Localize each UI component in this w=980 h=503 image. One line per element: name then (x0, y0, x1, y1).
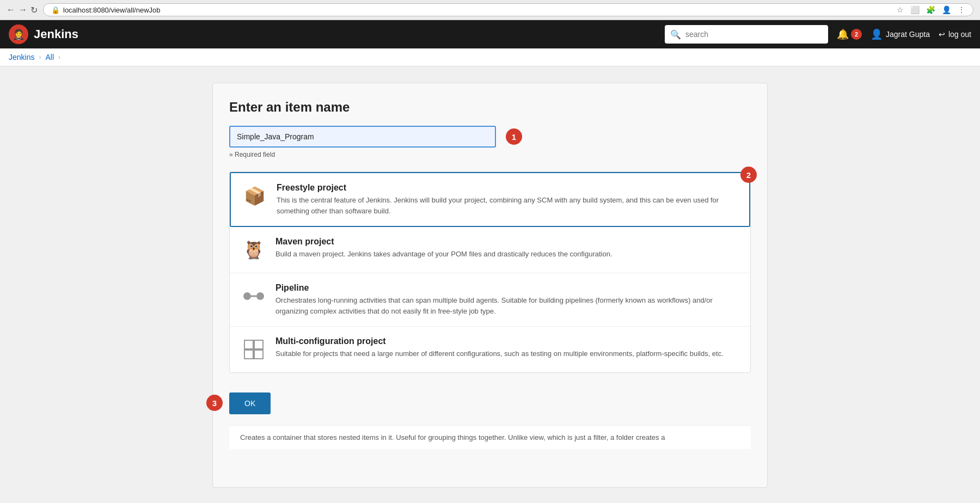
ok-area: OK (229, 384, 271, 425)
step-badge-1: 1 (506, 128, 522, 145)
jenkins-title: Jenkins (34, 27, 78, 41)
back-button[interactable]: ← (7, 5, 15, 15)
breadcrumb-sep-2: › (58, 53, 60, 61)
browser-bar: ← → ↻ 🔒 localhost:8080/view/all/newJob ☆… (0, 0, 980, 20)
search-box[interactable]: 🔍 ? (665, 25, 828, 44)
bell-icon: 🔔 (837, 28, 849, 40)
content-box: Enter an item name 1 » Required field 📦 … (212, 83, 768, 488)
svg-point-2 (256, 292, 264, 300)
notification-badge: 2 (851, 29, 862, 40)
page-title: Enter an item name (229, 100, 751, 115)
freestyle-name: Freestyle project (277, 183, 738, 193)
main-content: Enter an item name 1 » Required field 📦 … (0, 66, 980, 503)
breadcrumb-home[interactable]: Jenkins (9, 53, 34, 62)
job-type-pipeline[interactable]: Pipeline Orchestrates long-running activ… (230, 273, 750, 327)
pipeline-name: Pipeline (275, 283, 739, 293)
freestyle-info: Freestyle project This is the central fe… (277, 183, 738, 216)
logout-icon: ↩ (939, 30, 945, 39)
folder-partial-text: Creates a container that stores nested i… (240, 433, 665, 441)
job-type-freestyle[interactable]: 📦 Freestyle project This is the central … (230, 172, 750, 227)
ok-button[interactable]: OK (229, 392, 271, 414)
svg-point-0 (243, 292, 251, 300)
notification-bell[interactable]: 🔔 2 (837, 28, 862, 40)
multi-config-info: Multi-configuration project Suitable for… (275, 336, 724, 359)
lock-icon: 🔒 (51, 6, 60, 14)
svg-rect-4 (254, 340, 263, 349)
freestyle-description: This is the central feature of Jenkins. … (277, 195, 738, 216)
bookmark-star-icon[interactable]: ☆ (897, 5, 904, 14)
svg-rect-6 (254, 350, 263, 359)
breadcrumb: Jenkins › All › (0, 48, 980, 66)
freestyle-icon: 📦 (242, 183, 268, 209)
jenkins-logo[interactable]: 🤵 Jenkins (9, 24, 78, 44)
url-text: localhost:8080/view/all/newJob (63, 6, 161, 14)
required-field-label: » Required field (229, 151, 496, 158)
folder-partial[interactable]: Creates a container that stores nested i… (229, 425, 751, 449)
multi-config-description: Suitable for projects that need a large … (275, 348, 724, 359)
profile-icon[interactable]: 👤 (942, 5, 951, 14)
username-label: Jagrat Gupta (886, 30, 930, 39)
search-help-icon[interactable]: ? (811, 28, 823, 40)
pipeline-icon (241, 283, 267, 309)
reload-button[interactable]: ↻ (30, 5, 38, 15)
svg-rect-3 (244, 340, 253, 349)
item-name-row: 1 (229, 126, 496, 148)
topnav-right: 🔔 2 👤 Jagrat Gupta ↩ log out (837, 28, 971, 40)
address-bar[interactable]: 🔒 localhost:8080/view/all/newJob ☆ ⬜ 🧩 👤… (43, 3, 973, 16)
window-icon[interactable]: ⬜ (910, 5, 920, 14)
maven-description: Build a maven project. Jenkins takes adv… (275, 249, 612, 260)
multi-config-name: Multi-configuration project (275, 336, 724, 346)
step-badge-2: 2 (740, 167, 757, 183)
breadcrumb-sep-1: › (39, 53, 41, 61)
pipeline-info: Pipeline Orchestrates long-running activ… (275, 283, 739, 316)
forward-button[interactable]: → (19, 5, 27, 15)
user-icon: 👤 (871, 28, 883, 40)
logout-label: log out (948, 30, 971, 39)
extension-icon[interactable]: 🧩 (926, 5, 935, 14)
search-input[interactable] (685, 30, 802, 39)
user-info[interactable]: 👤 Jagrat Gupta (871, 28, 930, 40)
maven-info: Maven project Build a maven project. Jen… (275, 237, 612, 260)
logout-button[interactable]: ↩ log out (939, 30, 971, 39)
maven-icon: 🦉 (241, 237, 267, 263)
job-type-multi-config[interactable]: Multi-configuration project Suitable for… (230, 327, 750, 372)
menu-icon[interactable]: ⋮ (958, 5, 965, 14)
step-badge-3: 3 (206, 395, 223, 411)
top-navigation: 🤵 Jenkins 🔍 ? 🔔 2 👤 Jagrat Gupta ↩ log o… (0, 20, 980, 48)
breadcrumb-all[interactable]: All (45, 53, 54, 62)
jenkins-icon: 🤵 (9, 24, 28, 44)
job-types-list: 📦 Freestyle project This is the central … (229, 171, 751, 373)
item-name-input[interactable] (229, 126, 496, 148)
svg-rect-5 (244, 350, 253, 359)
pipeline-description: Orchestrates long-running activities tha… (275, 295, 739, 316)
multi-config-icon (241, 336, 267, 363)
maven-name: Maven project (275, 237, 612, 247)
job-type-maven[interactable]: 🦉 Maven project Build a maven project. J… (230, 227, 750, 273)
search-icon: 🔍 (670, 29, 681, 40)
